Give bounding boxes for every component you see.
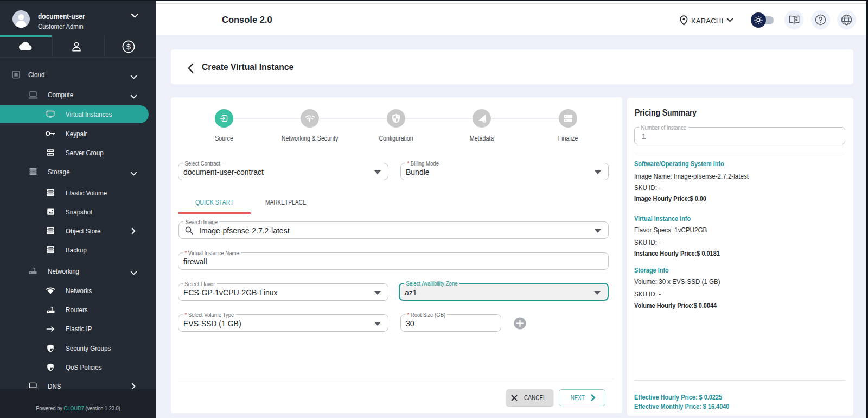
svg-text:$: $ [126, 42, 131, 51]
